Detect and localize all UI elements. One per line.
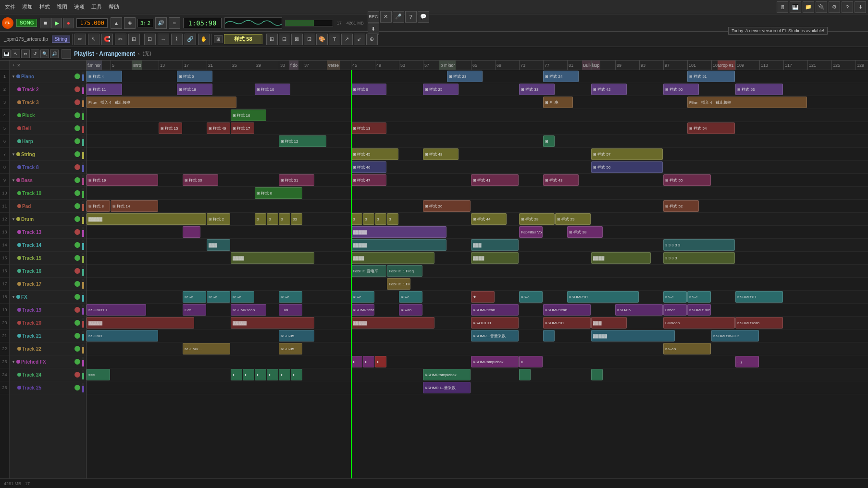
pattern-block-0-1[interactable]: ⊞ 样式 4	[87, 71, 122, 82]
pattern-block-17-97[interactable]: KS-e	[663, 291, 687, 303]
track-row-track-21[interactable]: KSHMR...KSH-05KSHMR...音量采数▓▓▓▓▓KSHMR:in-…	[87, 329, 868, 342]
pattern-block-17-17[interactable]: KS-e	[183, 291, 206, 303]
plugin-icon[interactable]: 🔌	[816, 1, 827, 13]
pencil-icon[interactable]: ✏	[74, 34, 86, 45]
pattern-block-4-25[interactable]: ⊞ 样式 17	[231, 122, 254, 134]
pattern-block-1-29[interactable]: ⊞ 样式 10	[255, 84, 290, 95]
pattern-block-16-51[interactable]: FabFilt..1 Freq	[387, 278, 410, 290]
mute-btn-0[interactable]	[74, 73, 80, 79]
pattern-block-4-21[interactable]: ⊞ 样式 49	[207, 122, 230, 134]
pattern-block-10-1[interactable]: ⊞ 样式 8	[87, 200, 110, 212]
track-label-track-25[interactable]: Track 25	[10, 381, 86, 394]
split-icon[interactable]: ⊠	[291, 34, 303, 45]
track-row-track-17[interactable]: FabFilt..1 Freq	[87, 278, 868, 291]
pattern-block-18-101[interactable]: KSHMR:.weep	[687, 304, 711, 316]
pattern-block-20-65[interactable]: KSHMR...音量采数	[471, 330, 519, 342]
bpm-display[interactable]: 175.000	[76, 18, 108, 28]
expand-icon-0[interactable]: ▼	[12, 74, 15, 79]
track-label-drum[interactable]: ▼Drum	[10, 213, 86, 226]
mute-btn-22[interactable]	[74, 359, 80, 365]
record2-icon[interactable]: REC	[368, 11, 379, 23]
pattern-block-11-21[interactable]: ⊞ 样式 2	[207, 213, 230, 225]
pattern-block-11-47[interactable]: 3	[363, 213, 374, 225]
track-label-fx[interactable]: ▼FX	[10, 291, 86, 304]
track-label-track-21[interactable]: Track 21	[10, 329, 86, 342]
song-mode-label[interactable]: SONG	[16, 19, 37, 27]
knife-icon[interactable]: ⌇	[171, 34, 183, 45]
pattern-block-21-17[interactable]: KSHMR...	[183, 343, 230, 354]
menu-add[interactable]: 添加	[19, 2, 36, 12]
pattern-block-23-25[interactable]: ♦	[231, 369, 242, 380]
mute-btn-24[interactable]	[74, 385, 80, 390]
track-label-track-2[interactable]: Track 2	[10, 83, 86, 96]
track-row-piano[interactable]: ⊞ 样式 4⊞ 样式 5⊞ 样式 23⊞ 样式 24⊞ 样式 51	[87, 70, 868, 83]
rename-icon[interactable]: T	[329, 34, 340, 45]
track-label-pitched-fx[interactable]: ▼Pitched FX	[10, 355, 86, 368]
expand-icon-17[interactable]: ▼	[12, 295, 15, 299]
tracks-scroll[interactable]: ⊞ 样式 4⊞ 样式 5⊞ 样式 23⊞ 样式 24⊞ 样式 51⊞ 样式 11…	[87, 70, 868, 478]
pattern-block-22-49[interactable]: ♦	[375, 356, 386, 367]
pattern-block-11-31[interactable]: 3	[267, 213, 278, 225]
pattern-block-18-53[interactable]: KS-an	[399, 304, 422, 316]
download-icon[interactable]: ⬇	[855, 1, 866, 13]
track-row-track-24[interactable]: ≈≈≈♦♦♦♦♦♦KSHMR:amplebox	[87, 368, 868, 381]
track-row-track-20[interactable]: ▓▓▓▓▓▓▓▓▓▓▓▓▓▓▓KS410103KSHMR:01▓▓▓GIMlea…	[87, 317, 868, 329]
track-label-pad[interactable]: Pad	[10, 200, 86, 213]
mute-btn-11[interactable]	[74, 216, 80, 222]
question-icon[interactable]: ?	[405, 11, 417, 23]
nav-cursor-icon[interactable]: ↖	[12, 49, 20, 58]
track-label-track-8[interactable]: Track 8	[10, 161, 86, 174]
track-row-track-14[interactable]: ▓▓▓▓▓▓▓▓▓▓▓3 3 3 3 3	[87, 239, 868, 252]
pattern-block-11-79[interactable]: ⊞ 样式 29	[555, 213, 591, 225]
menu-options[interactable]: 选项	[71, 2, 87, 12]
pattern-block-13-21[interactable]: ▓▓▓	[207, 239, 230, 251]
up-arrow-icon[interactable]: ▲	[111, 17, 122, 29]
track-label-piano[interactable]: ▼Piano	[10, 70, 86, 83]
pattern-block-22-109[interactable]: ...}	[735, 356, 759, 367]
pattern-block-0-77[interactable]: ⊞ 样式 24	[543, 71, 579, 82]
pattern-block-23-57[interactable]: KSHMR:amplebox	[423, 369, 471, 380]
pattern-block-20-85[interactable]: ▓▓▓▓▓	[591, 330, 675, 342]
pattern-block-17-81[interactable]: KSHMR:01	[567, 291, 639, 303]
pattern-block-0-101[interactable]: ⊞ 样式 51	[687, 71, 735, 82]
mute-btn-16[interactable]	[74, 281, 80, 287]
mute-btn-8[interactable]	[74, 177, 80, 183]
pattern-block-17-25[interactable]: KS-e	[231, 291, 254, 303]
arrow-right-icon[interactable]: →	[158, 34, 169, 45]
pattern-display[interactable]: 样式 58	[224, 34, 262, 44]
pattern-block-1-73[interactable]: ⊞ 样式 33	[519, 84, 555, 95]
pattern-block-18-25[interactable]: KSHMR:lean	[231, 304, 266, 316]
pattern-block-23-1[interactable]: ≈≈≈	[87, 369, 110, 380]
pattern-block-17-101[interactable]: KS-e	[687, 291, 711, 303]
expand-icon-11[interactable]: ▼	[12, 217, 15, 221]
mute-btn-19[interactable]	[74, 320, 80, 326]
track-row-track-3[interactable]: Filter - 插入 4 - 截止频率⊞ F...率Filter - 插入 4…	[87, 96, 868, 109]
pattern-block-11-35[interactable]: 33	[291, 213, 302, 225]
track-label-pluck[interactable]: Pluck	[10, 109, 86, 122]
pattern-block-17-73[interactable]: KS-e	[519, 291, 543, 303]
pattern-block-11-33[interactable]: 3	[279, 213, 290, 225]
pattern-block-5-33[interactable]: ⊞ 样式 12	[279, 135, 326, 147]
pattern-block-23-73[interactable]	[519, 369, 531, 380]
pattern-block-4-101[interactable]: ⊞ 样式 54	[687, 122, 735, 134]
pattern-block-8-45[interactable]: ⊞ 样式 47	[351, 174, 386, 186]
pattern-block-19-77[interactable]: KSHMR:01	[543, 317, 591, 329]
arrange-scroll[interactable]	[62, 49, 71, 59]
pattern-block-4-45[interactable]: ⊞ 样式 13	[351, 122, 386, 134]
track-label-track-16[interactable]: Track 16	[10, 265, 86, 278]
pattern-block-22-65[interactable]: KSHMRamplebox	[471, 356, 519, 367]
pattern-block-2-1[interactable]: Filter - 插入 4 - 截止频率	[87, 97, 236, 108]
mute-btn-13[interactable]	[74, 242, 80, 248]
pattern-block-12-45[interactable]: ▓▓▓▓▓	[351, 226, 446, 238]
pattern-block-11-73[interactable]: ⊞ 样式 28	[519, 213, 555, 225]
pattern-block-23-29[interactable]: ♦	[255, 369, 266, 380]
track-label-track-22[interactable]: Track 22	[10, 342, 86, 355]
pattern-block-8-17[interactable]: ⊞ 样式 30	[183, 174, 218, 186]
expand-icon-6[interactable]: ▼	[12, 152, 15, 157]
pattern-block-11-45[interactable]: 3	[351, 213, 362, 225]
nav-loop-icon[interactable]: ↺	[31, 49, 39, 58]
add-track-btn[interactable]: +	[12, 63, 15, 68]
merge-icon[interactable]: ⊟	[279, 34, 290, 45]
pattern-block-20-105[interactable]: KSHMR:in-Out	[711, 330, 759, 342]
pattern-block-20-1[interactable]: KSHMR...	[87, 330, 158, 342]
